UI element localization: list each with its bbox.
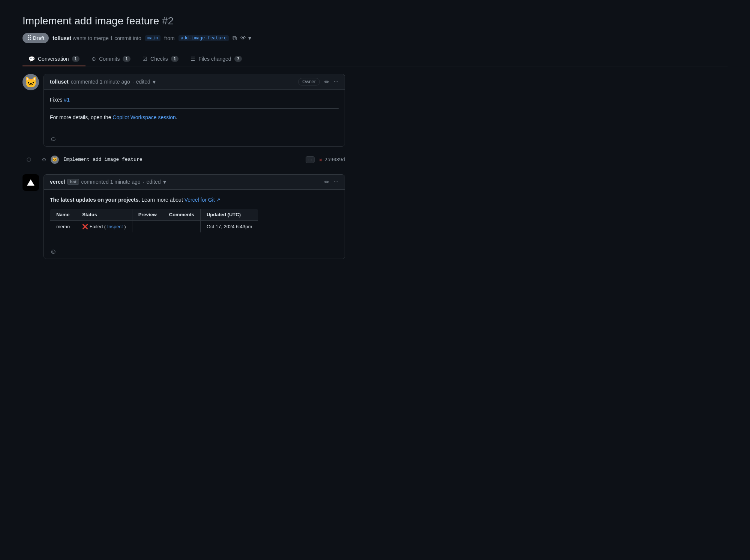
vercel-desc-middle: Learn more about bbox=[141, 197, 184, 203]
table-cell-updated: Oct 17, 2024 6:43pm bbox=[200, 221, 258, 233]
comment-tolluset: 🐱 tolluset commented 1 minute ago · edit… bbox=[22, 74, 345, 147]
table-cell-status: ❌ Failed ( Inspect ) bbox=[76, 221, 132, 233]
comment-header-right: Owner ✏ ··· bbox=[298, 78, 339, 85]
comment-author-tolluset[interactable]: tolluset bbox=[50, 79, 69, 85]
comment-text-details: For more details, open the Copilot Works… bbox=[50, 113, 339, 121]
meta-merge-text: wants to merge 1 commit into bbox=[73, 35, 141, 41]
tab-conversation[interactable]: 💬 Conversation 1 bbox=[22, 52, 86, 66]
copilot-link[interactable]: Copilot Workspace session bbox=[112, 114, 176, 120]
status-fail-text: Failed ( bbox=[90, 224, 106, 229]
table-cell-name: memo bbox=[50, 221, 76, 233]
comment-divider bbox=[50, 108, 339, 109]
pr-title-text: Implement add image feature bbox=[22, 15, 159, 27]
meta-author-name[interactable]: tolluset bbox=[52, 35, 71, 41]
commit-message-text[interactable]: Implement add image feature bbox=[63, 157, 301, 162]
edit-icon[interactable]: ✏ bbox=[324, 78, 329, 85]
vercel-timestamp: commented 1 minute ago bbox=[81, 179, 141, 185]
tab-files-changed[interactable]: ☰ Files changed 7 bbox=[184, 52, 248, 66]
owner-badge: Owner bbox=[298, 78, 320, 85]
comment-box-vercel: vercel bot commented 1 minute ago · edit… bbox=[44, 174, 345, 259]
tab-conversation-label: Conversation bbox=[38, 56, 69, 62]
table-row: memo ❌ Failed ( Inspect ) Oct 17, 2024 6… bbox=[50, 221, 258, 233]
page-title: Implement add image feature #2 bbox=[22, 15, 728, 27]
branch-into-link[interactable]: main bbox=[145, 35, 160, 41]
avatar-tolluset: 🐱 bbox=[22, 74, 39, 90]
comment-dot: · bbox=[132, 79, 134, 85]
copy-icon[interactable]: ⧉ bbox=[232, 35, 237, 42]
comment-footer-vercel: ☺ bbox=[44, 245, 345, 259]
comment-vercel: vercel bot commented 1 minute ago · edit… bbox=[22, 174, 345, 259]
status-suffix: ) bbox=[124, 224, 126, 229]
vercel-logo-svg bbox=[26, 177, 36, 188]
col-comments: Comments bbox=[163, 209, 200, 221]
tab-checks[interactable]: ☑ Checks 1 bbox=[136, 52, 184, 66]
vercel-edited-dropdown[interactable]: ▾ bbox=[163, 178, 166, 186]
col-status: Status bbox=[76, 209, 132, 221]
col-name: Name bbox=[50, 209, 76, 221]
files-icon: ☰ bbox=[190, 56, 195, 62]
commit-timeline-row: ⊙ 🐱 Implement add image feature ··· ✕ 2a… bbox=[28, 153, 345, 167]
comment-body-tolluset: Fixes #1 For more details, open the Copi… bbox=[44, 90, 345, 132]
tab-conversation-badge: 1 bbox=[72, 56, 80, 62]
tab-files-label: Files changed bbox=[198, 56, 231, 62]
comment-header-vercel-left: vercel bot commented 1 minute ago · edit… bbox=[50, 178, 166, 186]
comment-header-tolluset: tolluset commented 1 minute ago · edited… bbox=[44, 74, 345, 90]
comment-footer-tolluset: ☺ bbox=[44, 132, 345, 146]
pr-meta-author: tolluset wants to merge 1 commit into bbox=[52, 35, 141, 41]
comment-body-vercel: The latest updates on your projects. Lea… bbox=[44, 190, 345, 245]
avatar-vercel bbox=[22, 174, 39, 191]
draft-label: Draft bbox=[33, 35, 44, 41]
conversation-icon: 💬 bbox=[28, 56, 35, 62]
more-options-icon[interactable]: ··· bbox=[334, 78, 339, 85]
timeline-content: 🐱 tolluset commented 1 minute ago · edit… bbox=[22, 74, 728, 265]
commit-avatar-small: 🐱 bbox=[51, 156, 59, 164]
vercel-edit-icon[interactable]: ✏ bbox=[324, 178, 329, 186]
col-preview: Preview bbox=[132, 209, 163, 221]
tab-commits-badge: 1 bbox=[123, 56, 130, 62]
comment-timestamp: commented 1 minute ago bbox=[71, 79, 130, 85]
comment-header-vercel-right: ✏ ··· bbox=[324, 178, 339, 186]
tab-commits[interactable]: ⊙ Commits 1 bbox=[86, 52, 136, 66]
table-cell-comments bbox=[163, 221, 200, 233]
vercel-git-link[interactable]: Vercel for Git ↗ bbox=[184, 197, 221, 203]
pr-meta: ⠿ Draft tolluset wants to merge 1 commit… bbox=[22, 33, 728, 43]
pr-number: #2 bbox=[162, 15, 174, 27]
eye-icon[interactable]: 👁 ▾ bbox=[240, 34, 251, 42]
branch-from-link[interactable]: add-image-feature bbox=[178, 35, 229, 41]
edited-dropdown-icon[interactable]: ▾ bbox=[153, 78, 156, 85]
commit-connector-icon: ⊙ bbox=[42, 157, 46, 162]
comment-edited: edited bbox=[136, 79, 150, 85]
col-updated: Updated (UTC) bbox=[200, 209, 258, 221]
tab-files-badge: 7 bbox=[234, 56, 242, 62]
details-suffix: . bbox=[176, 114, 177, 120]
vercel-dot: · bbox=[143, 179, 144, 185]
vercel-description: The latest updates on your projects. Lea… bbox=[50, 196, 339, 204]
commit-sha-area: ✕ 2a9089d bbox=[319, 157, 345, 163]
comment-author-vercel[interactable]: vercel bbox=[50, 179, 65, 185]
commit-dots-button[interactable]: ··· bbox=[306, 156, 315, 163]
tab-checks-label: Checks bbox=[150, 56, 168, 62]
table-cell-preview bbox=[132, 221, 163, 233]
vercel-desc-prefix: The latest updates on your projects. bbox=[50, 197, 140, 203]
commits-icon: ⊙ bbox=[92, 56, 96, 62]
timeline: 🐱 tolluset commented 1 minute ago · edit… bbox=[22, 74, 345, 265]
table-header-row: Name Status Preview Comments Updated (UT… bbox=[50, 209, 258, 221]
fixes-prefix: Fixes bbox=[50, 97, 64, 103]
vercel-more-icon[interactable]: ··· bbox=[334, 178, 339, 185]
tabs-bar: 💬 Conversation 1 ⊙ Commits 1 ☑ Checks 1 … bbox=[22, 52, 728, 66]
tab-checks-badge: 1 bbox=[171, 56, 179, 62]
meta-from-text: from bbox=[164, 35, 175, 41]
comment-box-tolluset: tolluset commented 1 minute ago · edited… bbox=[44, 74, 345, 147]
draft-icon: ⠿ bbox=[27, 34, 31, 42]
emoji-button-1[interactable]: ☺ bbox=[50, 135, 57, 143]
fixes-link[interactable]: #1 bbox=[64, 97, 70, 103]
status-fail-icon: ❌ bbox=[82, 224, 88, 229]
inspect-link[interactable]: Inspect bbox=[107, 224, 123, 229]
comment-header-vercel: vercel bot commented 1 minute ago · edit… bbox=[44, 175, 345, 190]
checks-icon: ☑ bbox=[142, 56, 147, 62]
commit-status-icon: ✕ bbox=[319, 157, 322, 163]
emoji-button-vercel[interactable]: ☺ bbox=[50, 248, 57, 255]
comment-text-fixes: Fixes #1 bbox=[50, 96, 339, 104]
details-prefix: For more details, open the bbox=[50, 114, 112, 120]
commit-sha-text[interactable]: 2a9089d bbox=[324, 157, 345, 162]
